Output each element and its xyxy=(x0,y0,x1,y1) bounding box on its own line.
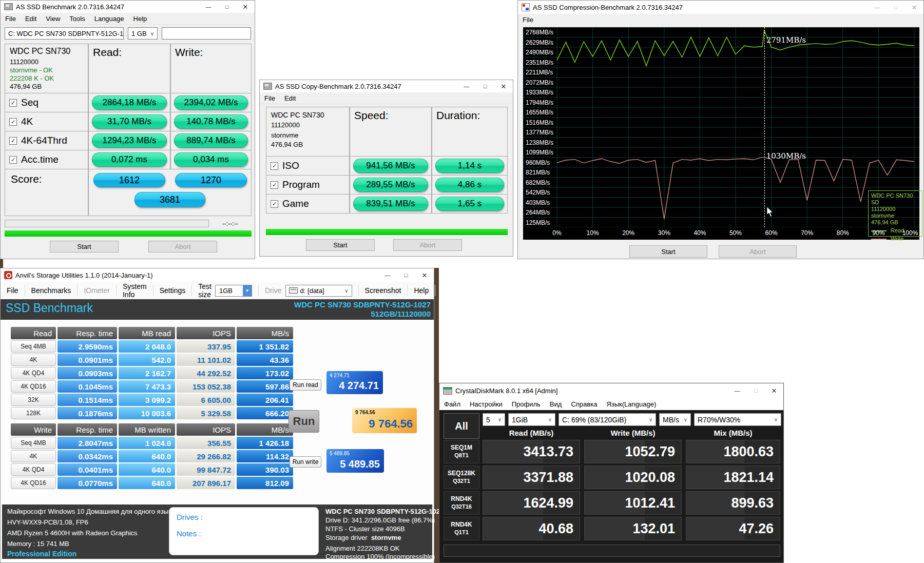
toolbar-item-system-info[interactable]: System Info xyxy=(117,285,153,296)
total-score-pill: 3681 xyxy=(134,192,205,207)
menu-item-edit[interactable]: Edit xyxy=(280,92,300,104)
run-read-button[interactable]: Run read xyxy=(290,379,321,391)
window-title: CrystalDiskMark 8.0.1 x64 [Admin] xyxy=(455,387,557,395)
value-cell: 99 847.72 xyxy=(177,463,235,476)
maximize-button[interactable]: □ xyxy=(476,80,494,92)
menu-item-настройки[interactable]: Настройки xyxy=(465,398,507,410)
title-bar[interactable]: AS SSD Copy-Benchmark 2.0.7316.34247 — □… xyxy=(260,80,513,92)
title-bar[interactable]: CrystalDiskMark 8.0.1 x64 [Admin] — □ ✕ xyxy=(439,383,783,398)
abort-button[interactable]: Abort xyxy=(393,239,462,251)
run-button[interactable]: Run xyxy=(288,410,319,433)
menu-item-edit[interactable]: Edit xyxy=(21,13,41,24)
row-label-cell: Seq 4MB xyxy=(11,437,56,449)
minimize-button[interactable]: — xyxy=(868,1,887,14)
write-value-pill: 889,74 MB/s xyxy=(174,133,248,148)
checkbox-checked-icon[interactable]: ✓ xyxy=(271,181,278,189)
run-write-button[interactable]: Run write xyxy=(290,456,321,468)
close-button[interactable]: ✕ xyxy=(415,268,434,282)
checkbox-checked-icon[interactable]: ✓ xyxy=(9,118,17,126)
close-button[interactable]: ✕ xyxy=(765,383,783,398)
menu-item-file[interactable]: File xyxy=(518,14,538,25)
minimize-button[interactable]: — xyxy=(199,1,218,13)
toolbar-item-help[interactable]: Help xyxy=(408,285,435,296)
close-button[interactable]: ✕ xyxy=(236,1,255,13)
read-score-pill: 1612 xyxy=(93,173,165,187)
toolbar-item-settings[interactable]: Settings xyxy=(153,285,192,296)
as-ssd-benchmark-window: AS SSD Benchmark 2.0.7316.34247 — □ ✕ Fi… xyxy=(0,0,255,259)
maximize-button[interactable]: □ xyxy=(887,1,905,14)
toolbar-item-iometer[interactable]: IOmeter xyxy=(78,285,117,296)
maximize-button[interactable]: □ xyxy=(218,1,236,13)
minimize-button[interactable]: — xyxy=(457,80,476,92)
storage-driver-info: Storage driver stornvme xyxy=(325,534,401,541)
target-drive-select[interactable]: C: 69% (83/120GiB)∨ xyxy=(559,413,656,426)
minimize-button[interactable]: — xyxy=(378,268,397,282)
menu-bar: File xyxy=(518,14,923,25)
row-label: 4K xyxy=(21,116,33,127)
run-all-button[interactable]: All xyxy=(444,413,479,439)
notes-box[interactable]: Drives : Notes : xyxy=(169,507,319,555)
anvil-storage-utilities-window: Anvil's Storage Utilities 1.1.0 (2014-Ja… xyxy=(0,268,434,563)
toolbar-item-benchmarks[interactable]: Benchmarks xyxy=(25,285,78,296)
test-size-select[interactable]: 1GB▾ xyxy=(215,285,252,297)
menu-item-файл[interactable]: Файл xyxy=(439,398,465,410)
mix-value-cell: 47.26 xyxy=(686,517,780,540)
drive-select[interactable]: d: [data]∨ xyxy=(285,285,352,297)
test-size-select[interactable]: 1GiB∨ xyxy=(508,413,555,426)
row-label-cell: 4K QD4 xyxy=(11,463,56,476)
speed-value-pill: 941,56 MB/s xyxy=(353,159,428,173)
abort-button[interactable]: Abort xyxy=(719,245,797,258)
test-count-select[interactable]: 5∨ xyxy=(483,413,505,426)
menu-item-language[interactable]: Language xyxy=(90,13,129,24)
mix-ratio-select[interactable]: R70%/W30%∨ xyxy=(694,413,781,426)
x-axis-tick-label: 100% xyxy=(902,229,918,237)
menu-item-вид[interactable]: Вид xyxy=(545,398,567,410)
maximize-button[interactable]: □ xyxy=(397,268,415,282)
target-input[interactable] xyxy=(162,27,251,40)
unit-select[interactable]: MB/s∨ xyxy=(659,413,691,426)
checkbox-checked-icon[interactable]: ✓ xyxy=(9,137,17,145)
memory-info: Memory : 15 741 MB xyxy=(7,540,69,548)
maximize-button[interactable]: □ xyxy=(746,383,765,398)
abort-button[interactable]: Abort xyxy=(148,241,217,253)
y-axis-tick-label: 1516MB/s xyxy=(526,119,553,126)
menu-item-view[interactable]: View xyxy=(41,13,65,24)
toolbar-item-screenshot[interactable]: Screenshot xyxy=(359,285,408,296)
menu-item-file[interactable]: File xyxy=(1,13,21,24)
title-bar[interactable]: Anvil's Storage Utilities 1.1.0 (2014-Ja… xyxy=(1,268,434,282)
chevron-down-icon: ∨ xyxy=(148,31,154,36)
menu-item-help[interactable]: Help xyxy=(129,13,152,24)
menu-item-профиль[interactable]: Профиль xyxy=(507,398,545,410)
status-bar xyxy=(444,545,780,557)
checkbox-checked-icon[interactable]: ✓ xyxy=(271,200,278,208)
menu-item-справка[interactable]: Справка xyxy=(566,398,602,410)
table-header-mb-written: MB written xyxy=(119,423,175,436)
checkbox-checked-icon[interactable]: ✓ xyxy=(271,162,278,170)
close-button[interactable]: ✕ xyxy=(905,1,923,14)
checkbox-checked-icon[interactable]: ✓ xyxy=(9,99,17,107)
close-button[interactable]: ✕ xyxy=(494,80,513,92)
start-button[interactable]: Start xyxy=(50,241,119,253)
chevron-down-icon: ∨ xyxy=(496,417,502,422)
test-queue-thread: Q1T1 xyxy=(454,529,469,536)
mix-value-cell: 899.63 xyxy=(686,491,780,515)
toolbar-item-file[interactable]: File xyxy=(1,285,25,296)
value-cell: 206.41 xyxy=(237,394,293,406)
title-bar[interactable]: AS SSD Compression-Benchmark 2.0.7316.34… xyxy=(518,1,923,14)
table-header-iops: IOPS xyxy=(177,423,235,436)
title-bar[interactable]: AS SSD Benchmark 2.0.7316.34247 — □ ✕ xyxy=(1,1,255,13)
test-size-select[interactable]: 1 GB ∨ xyxy=(128,27,158,40)
row-label-cell: Seq 4MB xyxy=(11,340,56,353)
compression-info: Compression 100% (Incompressible) xyxy=(325,553,435,560)
start-button[interactable]: Start xyxy=(629,245,707,258)
menu-item-file[interactable]: File xyxy=(260,92,280,104)
menu-item-язык-language-[interactable]: Язык(Language) xyxy=(602,398,661,410)
checkbox-checked-icon[interactable]: ✓ xyxy=(9,156,17,164)
minimize-button[interactable]: — xyxy=(728,383,746,398)
start-button[interactable]: Start xyxy=(306,239,375,251)
menu-item-tools[interactable]: Tools xyxy=(65,13,89,24)
test-name: RND4K xyxy=(451,521,472,529)
drive-select[interactable]: C: WDC PC SN730 SDBPNTY-512G-102 ∨ xyxy=(5,27,124,40)
drive-group: Drived: [data]∨ xyxy=(259,285,359,296)
value-cell: 640.0 xyxy=(119,450,175,462)
